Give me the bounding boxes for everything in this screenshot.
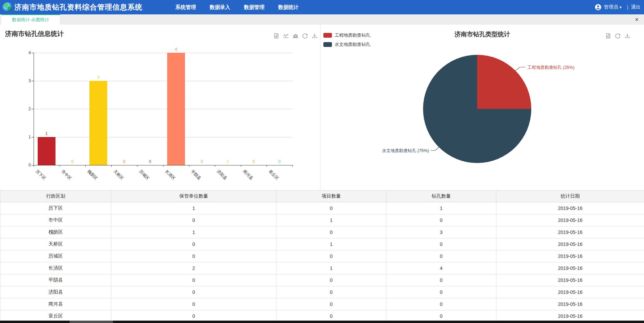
bar-value-label: 0 bbox=[117, 159, 131, 164]
x-axis-tick bbox=[189, 165, 189, 167]
table-cell: 1 bbox=[276, 262, 386, 274]
app-title: 济南市地质钻孔资料综合管理信息系统 bbox=[14, 2, 143, 12]
legend-label: 水文地质勘查钻孔 bbox=[335, 41, 370, 48]
menu-item-data-management[interactable]: 数据管理 bbox=[244, 4, 264, 11]
x-axis-label: 历下区 bbox=[34, 169, 47, 181]
bar-chart-panel: 济南市钻孔信息统计 012341历下区0市中区3槐荫区0天桥区0历城区 bbox=[0, 25, 320, 190]
main-menu: 系统管理 数据录入 数据管理 数据统计 bbox=[175, 0, 312, 14]
menu-item-system-management[interactable]: 系统管理 bbox=[175, 4, 196, 11]
table-cell: 2019-05-16 bbox=[496, 214, 644, 226]
top-navbar: 济南市地质钻孔资料综合管理信息系统 系统管理 数据录入 数据管理 数据统计 管理… bbox=[0, 0, 644, 14]
legend-swatch-engineering bbox=[323, 33, 332, 38]
y-axis-line bbox=[34, 53, 34, 165]
download-icon[interactable] bbox=[624, 33, 630, 39]
bar[interactable] bbox=[89, 81, 107, 165]
table-cell: 0 bbox=[111, 214, 276, 226]
table-cell: 0 bbox=[111, 250, 276, 262]
y-axis-label: 3 bbox=[17, 78, 31, 83]
table-cell: 2019-05-16 bbox=[496, 298, 644, 310]
table-cell: 槐荫区 bbox=[0, 226, 111, 238]
bar-value-label: 0 bbox=[221, 159, 235, 164]
data-view-icon[interactable] bbox=[605, 33, 611, 39]
x-axis-label: 平阴县 bbox=[189, 169, 202, 181]
scrollbar-thumb[interactable] bbox=[70, 321, 113, 323]
table-cell: 0 bbox=[111, 238, 276, 250]
table-header-cell: 保管单位数量 bbox=[111, 190, 276, 202]
table-cell: 0 bbox=[276, 250, 386, 262]
table-cell: 0 bbox=[386, 286, 496, 298]
table-cell: 2019-05-16 bbox=[496, 238, 644, 250]
y-axis-label: 4 bbox=[17, 50, 31, 55]
pie-callout-leader bbox=[515, 67, 525, 71]
table-cell: 0 bbox=[276, 274, 386, 286]
table-row: 平阴县0002019-05-16 bbox=[0, 274, 644, 286]
horizontal-scrollbar[interactable] bbox=[0, 321, 644, 323]
statistics-table: 行政区划保管单位数量项目数量钻孔数量统计日期 历下区1012019-05-16市… bbox=[0, 190, 644, 322]
x-axis-label: 市中区 bbox=[60, 169, 73, 181]
table-cell: 平阴县 bbox=[0, 274, 111, 286]
close-icon[interactable]: × bbox=[635, 16, 639, 23]
table-cell: 0 bbox=[276, 298, 386, 310]
x-axis-tick bbox=[60, 165, 60, 167]
table-cell: 1 bbox=[111, 226, 276, 238]
gridline bbox=[34, 53, 293, 53]
pie-callout-leader bbox=[431, 147, 439, 150]
caret-down-icon: ▼ bbox=[619, 5, 622, 9]
table-cell: 2019-05-16 bbox=[496, 226, 644, 238]
table-row: 历下区1012019-05-16 bbox=[0, 202, 644, 214]
table-header-cell: 统计日期 bbox=[496, 190, 644, 202]
legend-item-engineering[interactable]: 工程地质勘查钻孔 bbox=[323, 32, 370, 38]
brand: 济南市地质钻孔资料综合管理信息系统 bbox=[0, 2, 143, 12]
legend-item-hydro[interactable]: 水文地质勘查钻孔 bbox=[323, 41, 370, 48]
table-cell: 0 bbox=[276, 226, 386, 238]
table-header-cell: 项目数量 bbox=[276, 190, 386, 202]
bar[interactable] bbox=[167, 53, 185, 165]
x-axis-label: 长清区 bbox=[164, 169, 176, 181]
x-axis-label: 槐荫区 bbox=[86, 169, 99, 181]
table-row: 长清区2142019-05-16 bbox=[0, 262, 644, 274]
table-cell: 1 bbox=[386, 202, 496, 214]
table-row: 槐荫区1032019-05-16 bbox=[0, 226, 644, 238]
x-axis-tick bbox=[293, 165, 293, 167]
x-axis-label: 天桥区 bbox=[112, 169, 125, 181]
pie-legend: 工程地质勘查钻孔 水文地质勘查钻孔 bbox=[323, 32, 370, 51]
table-cell: 0 bbox=[386, 298, 496, 310]
table-row: 市中区0102019-05-16 bbox=[0, 214, 644, 226]
table-cell: 0 bbox=[276, 202, 386, 214]
menu-item-data-statistics[interactable]: 数据统计 bbox=[278, 4, 299, 11]
bar[interactable] bbox=[38, 137, 55, 165]
bar-value-label: 0 bbox=[143, 159, 157, 164]
bar-value-label: 1 bbox=[40, 131, 53, 136]
tab-data-statistics-plot[interactable]: 数据统计-出图统计 bbox=[1, 14, 60, 25]
table-cell: 2019-05-16 bbox=[496, 262, 644, 274]
table-cell: 1 bbox=[276, 214, 386, 226]
table-cell: 0 bbox=[386, 214, 496, 226]
x-axis-label: 历城区 bbox=[138, 169, 150, 181]
logout-link[interactable]: 退出 bbox=[631, 4, 641, 10]
pie-chart[interactable] bbox=[423, 55, 531, 163]
pie-chart-panel: 济南市钻孔类型统计 工程地质勘查钻孔 水文地质勘查钻孔 bbox=[320, 25, 644, 190]
bar-value-label: 0 bbox=[65, 159, 79, 164]
x-axis-label: 商河县 bbox=[242, 169, 254, 181]
table-body: 历下区1012019-05-16市中区0102019-05-16槐荫区10320… bbox=[0, 202, 644, 322]
tab-bar: 数据统计-出图统计 × bbox=[0, 14, 644, 25]
x-axis-tick bbox=[111, 165, 112, 167]
menu-item-data-entry[interactable]: 数据录入 bbox=[210, 4, 230, 11]
separator: | bbox=[627, 4, 628, 10]
legend-swatch-hydro bbox=[323, 42, 332, 47]
x-axis-tick bbox=[241, 165, 241, 167]
user-name[interactable]: 管理员 bbox=[604, 4, 618, 10]
table-cell: 历城区 bbox=[0, 250, 111, 262]
user-icon[interactable] bbox=[595, 4, 602, 11]
table-row: 天桥区0102019-05-16 bbox=[0, 238, 644, 250]
y-axis-label: 0 bbox=[17, 163, 31, 167]
legend-label: 工程地质勘查钻孔 bbox=[335, 32, 370, 38]
bar-value-label: 0 bbox=[273, 159, 286, 164]
x-axis-label: 济阳县 bbox=[215, 169, 228, 181]
table-cell: 0 bbox=[111, 286, 276, 298]
table-cell: 2019-05-16 bbox=[496, 286, 644, 298]
table-cell: 0 bbox=[386, 250, 496, 262]
pie-label-engineering: 工程地质勘查钻孔 (25%) bbox=[528, 65, 574, 71]
table-cell: 2019-05-16 bbox=[496, 250, 644, 262]
restore-icon[interactable] bbox=[615, 33, 621, 39]
